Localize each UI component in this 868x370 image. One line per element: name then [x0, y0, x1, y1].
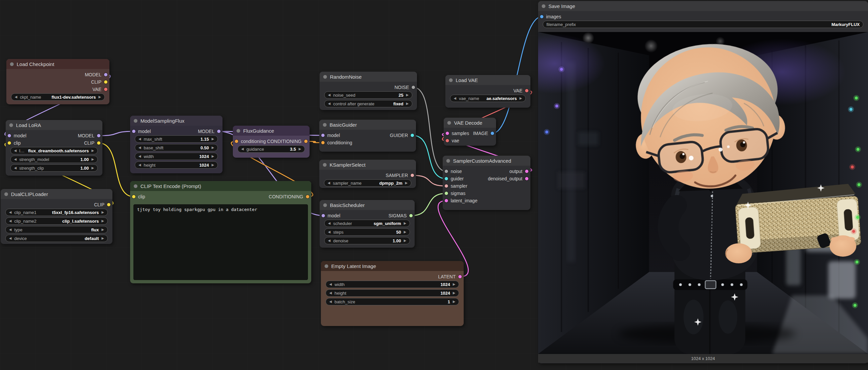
output-slot-dot-conditioning[interactable]: [306, 195, 309, 198]
collapse-dot-icon[interactable]: [449, 78, 453, 82]
widget-right-arrow-icon[interactable]: ▶: [101, 211, 104, 214]
widget-left-arrow-icon[interactable]: ◀: [9, 237, 12, 240]
output-slot-dot-vae[interactable]: [525, 89, 528, 92]
widget-right-arrow-icon[interactable]: ▶: [91, 158, 94, 161]
collapse-dot-icon[interactable]: [446, 159, 450, 163]
input-slot-dot-conditioning[interactable]: [321, 141, 324, 144]
widget-right-arrow-icon[interactable]: ▶: [453, 300, 455, 303]
widget-left-arrow-icon[interactable]: ◀: [328, 230, 331, 234]
input-slot-dot-noise[interactable]: [445, 170, 448, 173]
widget-width[interactable]: ◀width1024▶: [326, 281, 459, 288]
output-slot-dot-guider[interactable]: [411, 134, 414, 137]
link-basic-scheduler-sampler-custom[interactable]: [411, 193, 446, 216]
widget-left-arrow-icon[interactable]: ◀: [9, 219, 12, 223]
widget-clip-name1[interactable]: ◀clip_name1t5xxl_fp16.safetensors▶: [5, 209, 108, 216]
input-slot-dot-latent-image[interactable]: [445, 199, 448, 202]
node-dual-clip-loader[interactable]: DualCLIPLoaderCLIP◀clip_name1t5xxl_fp16.…: [1, 189, 113, 244]
node-title-bar[interactable]: BasicScheduler: [319, 200, 415, 210]
widget-right-arrow-icon[interactable]: ▶: [101, 237, 104, 240]
link-load-lora-clip-text-encode[interactable]: [99, 143, 134, 197]
widget-right-arrow-icon[interactable]: ▶: [98, 95, 101, 99]
collapse-dot-icon[interactable]: [324, 264, 328, 268]
node-load-lora[interactable]: Load LoRAmodelMODELclipCLIP◀lor ...flux_…: [6, 120, 102, 176]
input-slot-dot-model[interactable]: [321, 134, 324, 137]
input-slot-dot-guider[interactable]: [445, 177, 448, 180]
node-model-sampling-flux[interactable]: ModelSamplingFluxmodelMODEL◀max_shift1.1…: [130, 116, 222, 173]
widget-guidance[interactable]: ◀guidance3.5▶: [238, 145, 305, 153]
node-title-bar[interactable]: SamplerCustomAdvanced: [443, 156, 530, 166]
widget-left-arrow-icon[interactable]: ◀: [138, 155, 141, 158]
widget-filename-prefix[interactable]: filename_prefixMarkuryFLUX: [543, 21, 863, 28]
input-slot-dot-clip[interactable]: [8, 141, 11, 145]
node-title-bar[interactable]: VAE Decode: [444, 118, 496, 128]
widget-right-arrow-icon[interactable]: ▶: [453, 283, 455, 286]
widget-left-arrow-icon[interactable]: ◀: [9, 211, 12, 214]
output-slot-dot-model[interactable]: [97, 134, 100, 137]
node-title-bar[interactable]: RandomNoise: [319, 72, 417, 82]
widget-right-arrow-icon[interactable]: ▶: [212, 163, 214, 167]
widget-right-arrow-icon[interactable]: ▶: [406, 93, 409, 97]
widget-right-arrow-icon[interactable]: ▶: [405, 181, 408, 185]
collapse-dot-icon[interactable]: [237, 129, 240, 133]
collapse-dot-icon[interactable]: [10, 62, 14, 66]
input-slot-dot-sigmas[interactable]: [445, 192, 448, 195]
widget-denoise[interactable]: ◀denoise1.00▶: [324, 237, 410, 244]
widget-left-arrow-icon[interactable]: ◀: [138, 163, 141, 167]
widget-lor[interactable]: ◀lor ...flux_dreambooth.safetensors▶: [10, 147, 98, 154]
output-slot-dot-denoised-output[interactable]: [525, 177, 528, 180]
node-title-bar[interactable]: Load VAE: [445, 75, 530, 85]
widget-right-arrow-icon[interactable]: ▶: [299, 147, 301, 151]
node-title-bar[interactable]: Load LoRA: [6, 120, 102, 130]
node-basic-scheduler[interactable]: BasicSchedulermodelSIGMAS◀schedulersgm_u…: [319, 200, 415, 248]
widget-right-arrow-icon[interactable]: ▶: [404, 222, 406, 225]
collapse-dot-icon[interactable]: [323, 123, 327, 127]
widget-right-arrow-icon[interactable]: ▶: [404, 230, 406, 234]
node-title-bar[interactable]: ModelSamplingFlux: [130, 116, 222, 126]
collapse-dot-icon[interactable]: [4, 192, 8, 196]
widget-left-arrow-icon[interactable]: ◀: [329, 291, 332, 295]
node-basic-guider[interactable]: BasicGuidermodelGUIDERconditioning: [319, 120, 416, 152]
node-load-vae[interactable]: Load VAEVAE◀vae_nameae.safetensors▶: [445, 75, 530, 108]
node-title-bar[interactable]: CLIP Text Encode (Prompt): [130, 181, 311, 191]
input-slot-dot-conditioning[interactable]: [235, 140, 238, 143]
collapse-dot-icon[interactable]: [542, 4, 546, 8]
widget-right-arrow-icon[interactable]: ▶: [404, 239, 406, 242]
node-title-bar[interactable]: Empty Latent Image: [321, 261, 464, 271]
widget-left-arrow-icon[interactable]: ◀: [454, 97, 456, 100]
widget-ckpt-name[interactable]: ◀ckpt_nameflux1-dev.safetensors▶: [11, 93, 105, 101]
collapse-dot-icon[interactable]: [9, 123, 13, 127]
input-slot-dot-clip[interactable]: [132, 195, 135, 198]
node-load-checkpoint[interactable]: Load CheckpointMODELCLIPVAE◀ckpt_nameflu…: [6, 59, 110, 104]
widget-right-arrow-icon[interactable]: ▶: [519, 97, 522, 100]
widget-left-arrow-icon[interactable]: ◀: [328, 222, 331, 225]
widget-base-shift[interactable]: ◀base_shift0.50▶: [135, 144, 218, 152]
widget-left-arrow-icon[interactable]: ◀: [15, 95, 17, 99]
widget-right-arrow-icon[interactable]: ▶: [101, 228, 104, 231]
node-title-bar[interactable]: KSamplerSelect: [319, 160, 416, 170]
input-slot-dot-model[interactable]: [321, 214, 325, 217]
output-slot-dot-sampler[interactable]: [411, 174, 414, 177]
output-slot-dot-conditioning[interactable]: [304, 140, 308, 143]
node-title-bar[interactable]: FluxGuidance: [233, 126, 310, 136]
widget-left-arrow-icon[interactable]: ◀: [9, 228, 12, 231]
widget-width[interactable]: ◀width1024▶: [135, 153, 218, 160]
widget-left-arrow-icon[interactable]: ◀: [329, 283, 332, 286]
widget-noise-seed[interactable]: ◀noise_seed25▶: [324, 91, 412, 99]
widget-left-arrow-icon[interactable]: ◀: [138, 137, 141, 141]
widget-max-shift[interactable]: ◀max_shift1.15▶: [135, 135, 218, 143]
node-graph-canvas[interactable]: Load CheckpointMODELCLIPVAE◀ckpt_nameflu…: [0, 0, 868, 370]
input-slot-dot-vae[interactable]: [446, 139, 449, 142]
output-slot-dot-sigmas[interactable]: [409, 214, 413, 217]
node-title-bar[interactable]: BasicGuider: [319, 120, 416, 130]
output-slot-dot-model[interactable]: [104, 73, 107, 76]
widget-height[interactable]: ◀height1024▶: [326, 289, 459, 297]
widget-right-arrow-icon[interactable]: ▶: [101, 219, 104, 223]
widget-clip-name2[interactable]: ◀clip_name2clip_l.safetensors▶: [5, 217, 108, 225]
widget-scheduler[interactable]: ◀schedulersgm_uniform▶: [324, 220, 410, 227]
widget-right-arrow-icon[interactable]: ▶: [212, 146, 214, 149]
output-slot-dot-clip[interactable]: [97, 141, 100, 145]
widget-left-arrow-icon[interactable]: ◀: [329, 300, 332, 303]
output-slot-dot-model[interactable]: [217, 130, 220, 133]
input-slot-dot-model[interactable]: [132, 130, 135, 133]
collapse-dot-icon[interactable]: [134, 119, 137, 123]
